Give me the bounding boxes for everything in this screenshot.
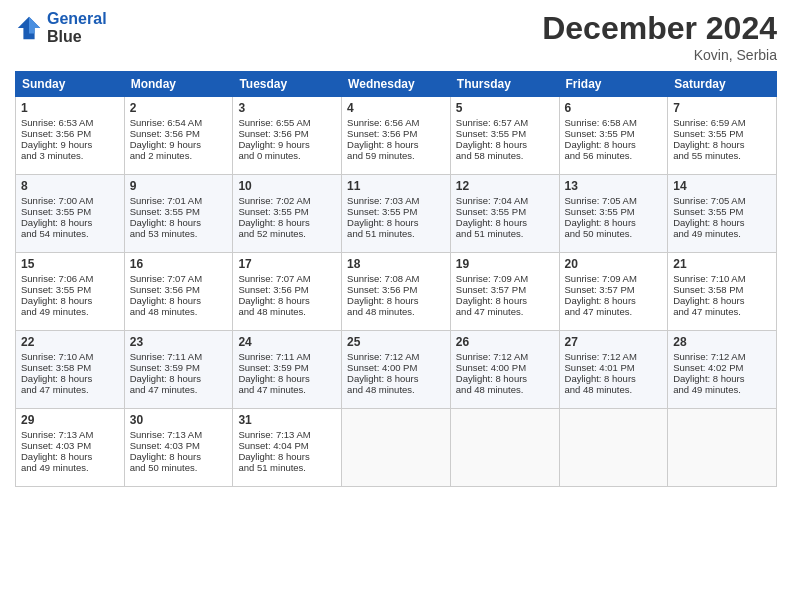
day-number: 22 bbox=[21, 335, 119, 349]
day-number: 17 bbox=[238, 257, 336, 271]
day-info-line: Sunrise: 6:58 AM bbox=[565, 117, 663, 128]
calendar-cell bbox=[450, 409, 559, 487]
day-info-line: Daylight: 8 hours bbox=[238, 217, 336, 228]
day-info-line: Daylight: 8 hours bbox=[347, 217, 445, 228]
day-info-line: Sunset: 3:56 PM bbox=[347, 128, 445, 139]
day-info-line: and 47 minutes. bbox=[238, 384, 336, 395]
day-info-line: Sunrise: 7:12 AM bbox=[456, 351, 554, 362]
day-info-line: Daylight: 8 hours bbox=[456, 139, 554, 150]
svg-marker-1 bbox=[29, 16, 40, 33]
day-info-line: and 51 minutes. bbox=[456, 228, 554, 239]
calendar-week-row: 15Sunrise: 7:06 AMSunset: 3:55 PMDayligh… bbox=[16, 253, 777, 331]
day-info-line: and 47 minutes. bbox=[130, 384, 228, 395]
day-info-line: Daylight: 8 hours bbox=[130, 217, 228, 228]
day-info-line: and 48 minutes. bbox=[347, 306, 445, 317]
day-number: 13 bbox=[565, 179, 663, 193]
title-block: December 2024 Kovin, Serbia bbox=[542, 10, 777, 63]
calendar-cell: 27Sunrise: 7:12 AMSunset: 4:01 PMDayligh… bbox=[559, 331, 668, 409]
calendar-cell: 3Sunrise: 6:55 AMSunset: 3:56 PMDaylight… bbox=[233, 97, 342, 175]
day-info-line: Sunset: 3:55 PM bbox=[673, 206, 771, 217]
day-info-line: Sunrise: 6:54 AM bbox=[130, 117, 228, 128]
day-info-line: Sunset: 3:56 PM bbox=[238, 284, 336, 295]
calendar-cell: 30Sunrise: 7:13 AMSunset: 4:03 PMDayligh… bbox=[124, 409, 233, 487]
day-number: 24 bbox=[238, 335, 336, 349]
day-number: 10 bbox=[238, 179, 336, 193]
logo: General Blue bbox=[15, 10, 107, 45]
day-info-line: and 49 minutes. bbox=[673, 384, 771, 395]
day-info-line: Sunset: 4:03 PM bbox=[130, 440, 228, 451]
day-info-line: Sunrise: 7:13 AM bbox=[238, 429, 336, 440]
day-info-line: Sunset: 3:56 PM bbox=[347, 284, 445, 295]
calendar-cell: 9Sunrise: 7:01 AMSunset: 3:55 PMDaylight… bbox=[124, 175, 233, 253]
day-number: 27 bbox=[565, 335, 663, 349]
calendar-cell: 2Sunrise: 6:54 AMSunset: 3:56 PMDaylight… bbox=[124, 97, 233, 175]
day-info-line: Sunrise: 7:09 AM bbox=[456, 273, 554, 284]
calendar-body: 1Sunrise: 6:53 AMSunset: 3:56 PMDaylight… bbox=[16, 97, 777, 487]
calendar-table: SundayMondayTuesdayWednesdayThursdayFrid… bbox=[15, 71, 777, 487]
day-info-line: Sunrise: 7:07 AM bbox=[238, 273, 336, 284]
day-info-line: and 3 minutes. bbox=[21, 150, 119, 161]
day-info-line: Sunrise: 6:55 AM bbox=[238, 117, 336, 128]
calendar-cell bbox=[668, 409, 777, 487]
day-info-line: Sunset: 3:55 PM bbox=[565, 128, 663, 139]
day-number: 16 bbox=[130, 257, 228, 271]
calendar-cell: 11Sunrise: 7:03 AMSunset: 3:55 PMDayligh… bbox=[342, 175, 451, 253]
calendar-day-header: Saturday bbox=[668, 72, 777, 97]
day-info-line: Sunset: 3:58 PM bbox=[21, 362, 119, 373]
calendar-cell: 31Sunrise: 7:13 AMSunset: 4:04 PMDayligh… bbox=[233, 409, 342, 487]
day-info-line: and 48 minutes. bbox=[347, 384, 445, 395]
calendar-day-header: Friday bbox=[559, 72, 668, 97]
day-info-line: and 54 minutes. bbox=[21, 228, 119, 239]
day-info-line: Sunset: 3:55 PM bbox=[130, 206, 228, 217]
calendar-cell: 21Sunrise: 7:10 AMSunset: 3:58 PMDayligh… bbox=[668, 253, 777, 331]
calendar-cell: 22Sunrise: 7:10 AMSunset: 3:58 PMDayligh… bbox=[16, 331, 125, 409]
day-number: 20 bbox=[565, 257, 663, 271]
day-info-line: Sunset: 3:57 PM bbox=[565, 284, 663, 295]
day-info-line: Daylight: 8 hours bbox=[238, 373, 336, 384]
calendar-week-row: 29Sunrise: 7:13 AMSunset: 4:03 PMDayligh… bbox=[16, 409, 777, 487]
day-info-line: and 49 minutes. bbox=[21, 462, 119, 473]
calendar-week-row: 1Sunrise: 6:53 AMSunset: 3:56 PMDaylight… bbox=[16, 97, 777, 175]
calendar-day-header: Thursday bbox=[450, 72, 559, 97]
day-info-line: Daylight: 8 hours bbox=[347, 139, 445, 150]
day-info-line: Sunrise: 7:08 AM bbox=[347, 273, 445, 284]
calendar-cell: 24Sunrise: 7:11 AMSunset: 3:59 PMDayligh… bbox=[233, 331, 342, 409]
day-info-line: Sunrise: 7:02 AM bbox=[238, 195, 336, 206]
day-info-line: Sunset: 3:57 PM bbox=[456, 284, 554, 295]
day-info-line: Sunrise: 7:04 AM bbox=[456, 195, 554, 206]
day-number: 19 bbox=[456, 257, 554, 271]
calendar-cell: 19Sunrise: 7:09 AMSunset: 3:57 PMDayligh… bbox=[450, 253, 559, 331]
day-info-line: Sunset: 3:58 PM bbox=[673, 284, 771, 295]
calendar-cell: 8Sunrise: 7:00 AMSunset: 3:55 PMDaylight… bbox=[16, 175, 125, 253]
day-info-line: and 59 minutes. bbox=[347, 150, 445, 161]
day-info-line: Daylight: 8 hours bbox=[130, 451, 228, 462]
calendar-day-header: Sunday bbox=[16, 72, 125, 97]
day-info-line: Daylight: 8 hours bbox=[130, 373, 228, 384]
day-info-line: Sunset: 3:59 PM bbox=[130, 362, 228, 373]
calendar-cell: 20Sunrise: 7:09 AMSunset: 3:57 PMDayligh… bbox=[559, 253, 668, 331]
calendar-cell: 6Sunrise: 6:58 AMSunset: 3:55 PMDaylight… bbox=[559, 97, 668, 175]
day-info-line: Sunset: 3:55 PM bbox=[456, 128, 554, 139]
day-info-line: Daylight: 8 hours bbox=[238, 451, 336, 462]
calendar-cell: 14Sunrise: 7:05 AMSunset: 3:55 PMDayligh… bbox=[668, 175, 777, 253]
day-info-line: Sunset: 3:55 PM bbox=[673, 128, 771, 139]
day-info-line: Daylight: 9 hours bbox=[130, 139, 228, 150]
calendar-cell bbox=[342, 409, 451, 487]
day-info-line: Sunrise: 6:59 AM bbox=[673, 117, 771, 128]
calendar-cell: 5Sunrise: 6:57 AMSunset: 3:55 PMDaylight… bbox=[450, 97, 559, 175]
day-info-line: Sunset: 3:55 PM bbox=[21, 206, 119, 217]
day-info-line: Sunrise: 7:12 AM bbox=[565, 351, 663, 362]
day-info-line: Daylight: 8 hours bbox=[238, 295, 336, 306]
day-info-line: Sunrise: 7:07 AM bbox=[130, 273, 228, 284]
day-info-line: and 48 minutes. bbox=[456, 384, 554, 395]
day-info-line: Sunrise: 7:12 AM bbox=[673, 351, 771, 362]
day-info-line: Daylight: 8 hours bbox=[456, 295, 554, 306]
day-info-line: Daylight: 8 hours bbox=[673, 217, 771, 228]
day-info-line: Sunset: 4:00 PM bbox=[456, 362, 554, 373]
day-info-line: Sunset: 4:04 PM bbox=[238, 440, 336, 451]
day-info-line: Daylight: 8 hours bbox=[21, 451, 119, 462]
day-info-line: Sunrise: 7:11 AM bbox=[238, 351, 336, 362]
day-info-line: Sunrise: 7:10 AM bbox=[21, 351, 119, 362]
day-number: 12 bbox=[456, 179, 554, 193]
calendar-cell: 25Sunrise: 7:12 AMSunset: 4:00 PMDayligh… bbox=[342, 331, 451, 409]
